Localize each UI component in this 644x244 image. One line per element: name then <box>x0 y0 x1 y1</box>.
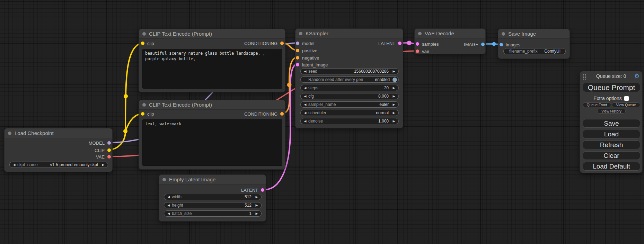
decrement-arrow-icon[interactable] <box>12 162 17 168</box>
decrement-arrow-icon[interactable] <box>303 69 308 74</box>
increment-arrow-icon[interactable] <box>254 194 259 200</box>
slot-label: latent_image <box>302 62 328 67</box>
decrement-arrow-icon[interactable] <box>303 93 308 99</box>
latent-wire-junction-dot[interactable] <box>407 41 412 45</box>
clip-wire-junction-dot[interactable] <box>123 129 127 133</box>
node-load-checkpoint[interactable]: Load Checkpoint MODEL CLIP VAE ckpt_name… <box>4 128 113 172</box>
sampler-name-widget[interactable]: sampler_name euler <box>300 101 399 108</box>
negative-prompt-textarea[interactable]: text, watermark <box>142 119 282 166</box>
queue-size-label: Queue size: 0 <box>596 73 626 79</box>
seed-widget[interactable]: seed 156680208700286 <box>300 68 399 74</box>
increment-arrow-icon[interactable] <box>391 118 396 124</box>
refresh-button[interactable]: Refresh <box>583 141 640 149</box>
cfg-widget[interactable]: cfg 8.000 <box>300 93 399 99</box>
increment-arrow-icon[interactable] <box>391 69 396 74</box>
node-header[interactable]: Load Checkpoint <box>5 128 112 138</box>
conditioning-output-dot[interactable] <box>280 42 284 45</box>
node-title: CLIP Text Encode (Prompt) <box>149 102 212 108</box>
model-input-dot[interactable] <box>296 42 299 45</box>
queue-front-button[interactable]: Queue Front <box>583 102 611 107</box>
decrement-arrow-icon[interactable] <box>166 194 171 200</box>
collapse-dot-icon[interactable] <box>162 178 166 181</box>
node-empty-latent-image[interactable]: Empty Latent Image LATENT width 512 heig… <box>159 174 266 222</box>
increment-arrow-icon[interactable] <box>254 202 259 208</box>
width-widget[interactable]: width 512 <box>164 194 262 200</box>
increment-arrow-icon[interactable] <box>391 102 396 107</box>
input-slot-images: images <box>500 43 520 47</box>
batch-size-widget[interactable]: batch_size 1 <box>164 210 262 217</box>
clear-button[interactable]: Clear <box>583 151 640 160</box>
vae-input-dot[interactable] <box>416 49 419 53</box>
steps-widget[interactable]: steps 20 <box>300 85 399 91</box>
settings-gear-icon[interactable] <box>634 72 639 80</box>
collapse-dot-icon[interactable] <box>8 132 11 135</box>
node-header[interactable]: KSampler <box>295 29 403 38</box>
conditioning-wire-junction-dot[interactable] <box>287 83 292 87</box>
slot-label: model <box>302 41 314 46</box>
vae-output-dot[interactable] <box>107 155 111 159</box>
filename-prefix-widget[interactable]: filename_prefix ComfyUI <box>503 48 566 54</box>
widget-value: 1 <box>249 211 252 216</box>
clip-wire-junction-dot[interactable] <box>124 94 128 98</box>
collapse-dot-icon[interactable] <box>502 32 505 36</box>
collapse-dot-icon[interactable] <box>142 32 146 36</box>
node-clip-text-encode-positive[interactable]: CLIP Text Encode (Prompt) clip CONDITION… <box>139 29 285 92</box>
image-output-dot[interactable] <box>481 43 485 46</box>
collapse-dot-icon[interactable] <box>299 32 302 35</box>
decrement-arrow-icon[interactable] <box>166 211 171 216</box>
conditioning-output-dot[interactable] <box>280 112 284 116</box>
slot-label: CLIP <box>95 148 105 153</box>
slot-label: images <box>506 42 520 47</box>
positive-input-dot[interactable] <box>296 49 299 52</box>
node-clip-text-encode-negative[interactable]: CLIP Text Encode (Prompt) clip CONDITION… <box>139 100 285 170</box>
random-seed-toggle-widget[interactable]: Random seed after every gen enabled <box>300 76 399 83</box>
latent-output-dot[interactable] <box>398 42 402 45</box>
denoise-widget[interactable]: denoise 1.000 <box>300 118 399 124</box>
extra-options-checkbox[interactable] <box>624 96 629 101</box>
clip-input-dot[interactable] <box>141 42 144 45</box>
toggle-knob-icon[interactable] <box>392 78 397 82</box>
image-wire-junction-dot[interactable] <box>492 42 496 46</box>
increment-arrow-icon[interactable] <box>254 211 259 216</box>
increment-arrow-icon[interactable] <box>391 85 396 91</box>
decrement-arrow-icon[interactable] <box>303 102 308 107</box>
model-output-dot[interactable] <box>107 141 111 145</box>
increment-arrow-icon[interactable] <box>391 93 396 99</box>
decrement-arrow-icon[interactable] <box>303 110 308 116</box>
ckpt-name-widget[interactable]: ckpt_name v1-5-pruned-emaonly.ckpt <box>9 162 108 168</box>
clip-input-dot[interactable] <box>141 112 144 116</box>
images-input-dot[interactable] <box>500 43 503 46</box>
node-header[interactable]: VAE Decode <box>415 29 485 38</box>
widget-label: steps <box>308 85 318 90</box>
negative-input-dot[interactable] <box>296 56 299 60</box>
node-save-image[interactable]: Save Image images filename_prefix ComfyU… <box>498 29 570 59</box>
decrement-arrow-icon[interactable] <box>166 202 171 208</box>
decrement-arrow-icon[interactable] <box>303 118 308 124</box>
height-widget[interactable]: height 512 <box>164 202 262 208</box>
view-queue-button[interactable]: View Queue <box>612 102 640 107</box>
node-header[interactable]: CLIP Text Encode (Prompt) <box>139 29 285 39</box>
increment-arrow-icon[interactable] <box>101 162 106 168</box>
latent-image-input-dot[interactable] <box>296 63 299 66</box>
increment-arrow-icon[interactable] <box>391 110 396 116</box>
node-title: Save Image <box>508 31 536 37</box>
node-header[interactable]: Empty Latent Image <box>159 175 266 184</box>
node-header[interactable]: CLIP Text Encode (Prompt) <box>139 100 285 110</box>
save-button[interactable]: Save <box>583 119 640 128</box>
queue-prompt-button[interactable]: Queue Prompt <box>583 83 640 92</box>
samples-input-dot[interactable] <box>416 42 419 46</box>
view-history-button[interactable]: View History <box>597 109 626 114</box>
decrement-arrow-icon[interactable] <box>303 85 308 91</box>
clip-output-dot[interactable] <box>107 148 111 152</box>
load-default-button[interactable]: Load Default <box>583 162 640 171</box>
load-button[interactable]: Load <box>583 130 640 138</box>
latent-output-dot[interactable] <box>261 188 264 192</box>
node-header[interactable]: Save Image <box>498 29 570 39</box>
node-ksampler[interactable]: KSampler model positive negative latent_… <box>295 28 403 128</box>
panel-drag-handle-icon[interactable] <box>583 74 586 80</box>
positive-prompt-textarea[interactable]: beautiful scenery nature glass bottle la… <box>142 49 282 89</box>
collapse-dot-icon[interactable] <box>142 103 146 107</box>
node-vae-decode[interactable]: VAE Decode samples vae IMAGE <box>414 28 486 54</box>
scheduler-widget[interactable]: scheduler normal <box>300 110 399 116</box>
collapse-dot-icon[interactable] <box>418 32 422 35</box>
